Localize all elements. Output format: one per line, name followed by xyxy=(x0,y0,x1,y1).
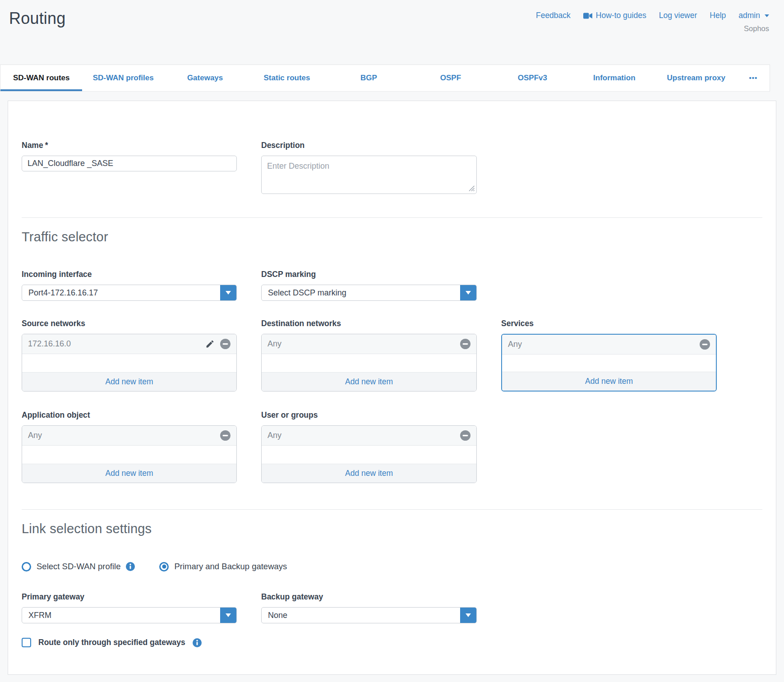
add-new-item-button[interactable]: Add new item xyxy=(262,372,476,391)
dscp-marking-label: DSCP marking xyxy=(261,270,477,279)
remove-icon[interactable] xyxy=(700,339,710,350)
route-form-panel: Name* Description Traffic selector Incom… xyxy=(8,101,776,675)
name-input[interactable] xyxy=(22,156,237,171)
radio-label: Primary and Backup gateways xyxy=(174,562,287,571)
add-new-item-button[interactable]: Add new item xyxy=(502,372,716,391)
tab-ospfv3[interactable]: OSPFv3 xyxy=(492,65,573,91)
application-object-box: Any Add new item xyxy=(22,425,237,483)
help-label: Help xyxy=(710,11,726,20)
resize-handle-icon[interactable] xyxy=(468,185,475,192)
list-item[interactable]: 172.16.16.0 xyxy=(22,334,236,354)
name-description-row: Name* Description xyxy=(22,141,762,194)
list-item[interactable]: Any xyxy=(262,426,476,446)
remove-icon[interactable] xyxy=(460,430,470,441)
brand-label: Sophos xyxy=(744,24,769,33)
add-new-item-button[interactable]: Add new item xyxy=(22,464,236,483)
tab-information[interactable]: Information xyxy=(573,65,655,91)
name-label-text: Name xyxy=(22,141,43,150)
gateways-row: Primary gateway XFRM Backup gateway None xyxy=(22,592,762,623)
remove-icon[interactable] xyxy=(220,339,231,349)
interface-dscp-row: Incoming interface Port4-172.16.16.17 DS… xyxy=(22,270,762,301)
dropdown-button[interactable] xyxy=(460,285,476,301)
remove-icon[interactable] xyxy=(220,430,231,441)
source-networks-box: 172.16.16.0 Add new item xyxy=(22,334,237,392)
list-spacer xyxy=(262,446,476,464)
source-networks-group: Source networks 172.16.16.0 Add new item xyxy=(22,319,237,392)
radio-select-sdwan-profile[interactable]: Select SD-WAN profile xyxy=(22,562,135,571)
log-viewer-link[interactable]: Log viewer xyxy=(659,11,697,20)
radio-label: Select SD-WAN profile xyxy=(37,562,120,571)
dropdown-button[interactable] xyxy=(220,285,236,301)
list-item-text: 172.16.16.0 xyxy=(28,339,71,349)
route-only-checkbox[interactable] xyxy=(22,638,31,647)
primary-gateway-select[interactable]: XFRM xyxy=(22,607,237,623)
link-selection-radios: Select SD-WAN profile Primary and Backup… xyxy=(22,562,762,571)
name-field-group: Name* xyxy=(22,141,237,194)
section-divider xyxy=(22,509,762,510)
list-spacer xyxy=(262,354,476,372)
incoming-interface-select[interactable]: Port4-172.16.16.17 xyxy=(22,285,237,301)
tabs-overflow-button[interactable]: ••• xyxy=(737,65,770,91)
incoming-interface-value: Port4-172.16.16.17 xyxy=(22,288,98,298)
backup-gateway-label: Backup gateway xyxy=(261,592,477,602)
dscp-marking-value: Select DSCP marking xyxy=(262,288,346,298)
edit-icon[interactable] xyxy=(205,339,215,349)
admin-menu[interactable]: admin xyxy=(738,11,769,20)
list-item[interactable]: Any xyxy=(22,426,236,446)
tab-upstream-proxy[interactable]: Upstream proxy xyxy=(655,65,737,91)
description-textarea[interactable] xyxy=(261,156,477,194)
info-icon[interactable] xyxy=(193,638,202,647)
section-divider xyxy=(22,217,762,218)
incoming-interface-group: Incoming interface Port4-172.16.16.17 xyxy=(22,270,237,301)
dropdown-button[interactable] xyxy=(460,607,476,623)
required-asterisk: * xyxy=(45,141,48,150)
admin-label: admin xyxy=(738,11,760,20)
application-object-group: Application object Any Add new item xyxy=(22,410,237,483)
radio-selected-icon[interactable] xyxy=(159,562,169,571)
list-item-text: Any xyxy=(508,340,522,349)
destination-networks-group: Destination networks Any Add new item xyxy=(261,319,477,392)
dscp-marking-select[interactable]: Select DSCP marking xyxy=(261,285,477,301)
list-item-text: Any xyxy=(28,431,42,440)
list-item-text: Any xyxy=(267,431,281,440)
list-item[interactable]: Any xyxy=(262,334,476,354)
tab-ospf[interactable]: OSPF xyxy=(410,65,491,91)
add-new-item-button[interactable]: Add new item xyxy=(262,464,476,483)
backup-gateway-select[interactable]: None xyxy=(261,607,477,623)
chevron-down-icon xyxy=(226,291,231,295)
backup-gateway-value: None xyxy=(262,611,287,620)
route-only-row: Route only through specified gateways xyxy=(22,638,762,647)
destination-networks-box: Any Add new item xyxy=(261,334,477,392)
name-label: Name* xyxy=(22,141,237,150)
tab-sd-wan-profiles[interactable]: SD-WAN profiles xyxy=(82,65,164,91)
video-camera-icon xyxy=(583,13,592,19)
dropdown-button[interactable] xyxy=(220,607,236,623)
services-label: Services xyxy=(501,319,717,328)
info-icon[interactable] xyxy=(126,562,135,571)
tab-gateways[interactable]: Gateways xyxy=(164,65,246,91)
add-new-item-button[interactable]: Add new item xyxy=(22,372,236,391)
tab-bgp[interactable]: BGP xyxy=(328,65,410,91)
howto-guides-link[interactable]: How-to guides xyxy=(583,11,646,20)
feedback-link[interactable]: Feedback xyxy=(536,11,571,20)
tab-static-routes[interactable]: Static routes xyxy=(246,65,327,91)
traffic-selector-heading: Traffic selector xyxy=(22,230,762,244)
remove-icon[interactable] xyxy=(460,339,470,349)
chevron-down-icon xyxy=(466,291,471,295)
feedback-label: Feedback xyxy=(536,11,571,20)
chevron-down-icon xyxy=(226,613,231,617)
help-link[interactable]: Help xyxy=(710,11,726,20)
description-field-group: Description xyxy=(261,141,477,194)
list-spacer xyxy=(502,355,716,372)
log-viewer-label: Log viewer xyxy=(659,11,697,20)
tab-sd-wan-routes[interactable]: SD-WAN routes xyxy=(0,65,82,91)
user-groups-group: User or groups Any Add new item xyxy=(261,410,477,483)
primary-gateway-value: XFRM xyxy=(22,611,51,620)
radio-primary-backup-gateways[interactable]: Primary and Backup gateways xyxy=(159,562,287,571)
list-item[interactable]: Any xyxy=(502,335,716,355)
incoming-interface-label: Incoming interface xyxy=(22,270,237,279)
list-item-text: Any xyxy=(267,339,281,349)
chevron-down-icon xyxy=(466,613,471,617)
route-only-label: Route only through specified gateways xyxy=(38,638,185,647)
radio-unselected-icon[interactable] xyxy=(22,562,31,571)
